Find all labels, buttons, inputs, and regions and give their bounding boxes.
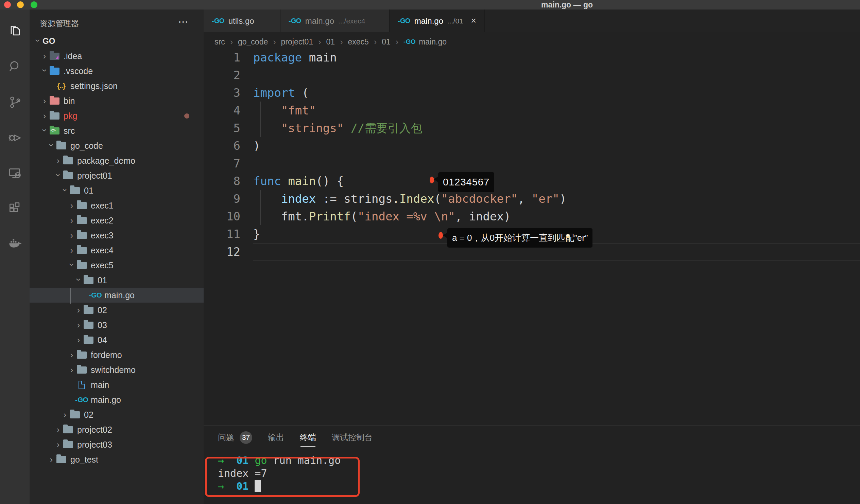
modified-dot-badge — [184, 114, 189, 119]
tree-item-02[interactable]: ›02 — [30, 302, 204, 317]
folder-icon-grey — [83, 336, 94, 344]
maximize-window-button[interactable] — [31, 1, 38, 8]
tree-item-src[interactable]: ›src — [30, 123, 204, 138]
extensions-icon[interactable] — [0, 196, 30, 220]
terminal-line-3: → 01 — [218, 480, 341, 493]
code-line-10[interactable]: 10 fmt.Printf("index =%v \n", index) — [204, 208, 860, 225]
code-line-text: "strings" //需要引入包 — [253, 119, 422, 137]
tree-item-project02[interactable]: ›project02 — [30, 422, 204, 437]
tree-item-exec2[interactable]: ›exec2 — [30, 213, 204, 228]
tab-main.go.../exec4[interactable]: GOmain.go.../exec4 — [281, 10, 389, 32]
close-window-button[interactable] — [4, 1, 11, 8]
terminal-token: 01 — [236, 455, 248, 466]
breadcrumb-file[interactable]: GOmain.go — [403, 38, 447, 46]
code-token: package — [253, 50, 302, 64]
tree-item-go_test[interactable]: ›go_test — [30, 452, 204, 467]
code-line-3[interactable]: 3import ( — [204, 84, 860, 102]
docker-icon[interactable] — [0, 231, 30, 255]
panel-tab-终端[interactable]: 终端 — [300, 426, 316, 449]
folder-glyph — [70, 411, 80, 418]
folder-glyph — [49, 53, 59, 60]
code-line-4[interactable]: 4 "fmt" — [204, 102, 860, 119]
breadcrumb-item[interactable]: 01 — [382, 38, 390, 46]
breadcrumb-item[interactable]: 01 — [326, 38, 335, 46]
folder-glyph — [49, 127, 59, 134]
chevron-right-icon: › — [40, 96, 49, 106]
tree-item--idea[interactable]: ›.idea — [30, 48, 204, 63]
explorer-more-actions-icon[interactable]: ⋯ — [178, 16, 189, 28]
search-icon[interactable] — [0, 55, 30, 78]
code-token: main — [302, 50, 336, 64]
tree-item-fordemo[interactable]: ›fordemo — [30, 347, 204, 362]
folder-icon-grey — [83, 276, 94, 284]
tree-item-go_code[interactable]: ›go_code — [30, 138, 204, 153]
folder-icon-grey — [63, 172, 73, 180]
breadcrumb-item[interactable]: project01 — [281, 38, 313, 46]
folder-icon-vscode — [49, 67, 59, 75]
tree-item-package_demo[interactable]: ›package_demo — [30, 153, 204, 168]
tab-main.go.../01[interactable]: GOmain.go.../01× — [389, 10, 485, 32]
code-line-6[interactable]: 6) — [204, 137, 860, 154]
tree-item-exec4[interactable]: ›exec4 — [30, 243, 204, 258]
code-line-7[interactable]: 7 — [204, 154, 860, 172]
tab-utils.go[interactable]: GOutils.go — [204, 10, 281, 32]
tree-item-exec1[interactable]: ›exec1 — [30, 198, 204, 213]
close-icon[interactable]: × — [471, 16, 476, 26]
folder-icon-grey — [76, 216, 87, 224]
chevron-down-icon: › — [46, 140, 56, 150]
tree-item-go[interactable]: ›GO — [30, 34, 204, 48]
folder-glyph — [84, 337, 94, 344]
tree-item-switchdemo[interactable]: ›switchdemo — [30, 362, 204, 377]
tree-item-main-go[interactable]: GOmain.go — [30, 288, 204, 302]
run-debug-icon[interactable] — [0, 126, 30, 150]
breadcrumb-item[interactable]: go_code — [238, 38, 268, 46]
folder-glyph — [77, 202, 87, 209]
tree-item-label: .idea — [63, 51, 82, 61]
code-line-1[interactable]: 1package main — [204, 48, 860, 66]
tree-item-main[interactable]: main — [30, 377, 204, 392]
tree-item-pkg[interactable]: ›pkg — [30, 108, 204, 123]
tab-label: main.go — [305, 16, 334, 26]
breadcrumb-item[interactable]: exec5 — [348, 38, 369, 46]
tree-item-04[interactable]: ›04 — [30, 332, 204, 347]
line-number: 4 — [204, 102, 253, 119]
code-line-2[interactable]: 2 — [204, 66, 860, 84]
tree-item-03[interactable]: ›03 — [30, 317, 204, 332]
panel-tab-输出[interactable]: 输出 — [268, 426, 284, 449]
tree-item-settings-json[interactable]: {..}settings.json — [30, 78, 204, 93]
go-logo-icon: GO — [75, 396, 88, 404]
bottom-panel: 问题37输出终端调试控制台 → 01 go run main.goindex =… — [204, 426, 860, 504]
tree-item-label: project02 — [77, 425, 112, 435]
source-control-icon[interactable] — [0, 90, 30, 114]
code-line-text: import ( — [253, 84, 309, 102]
panel-tab-问题[interactable]: 问题37 — [218, 426, 252, 449]
tree-item-exec5[interactable]: ›exec5 — [30, 258, 204, 273]
folder-icon-grey — [76, 351, 87, 359]
chevron-right-icon: › — [40, 51, 49, 61]
tree-item-exec3[interactable]: ›exec3 — [30, 228, 204, 243]
chevron-right-icon: › — [74, 335, 83, 345]
explorer-icon[interactable] — [0, 19, 30, 43]
code-line-9[interactable]: 9 index := strings.Index("abcdocker", "e… — [204, 190, 860, 208]
tree-item-main-go[interactable]: GOmain.go — [30, 392, 204, 407]
tree-item--vscode[interactable]: ›.vscode — [30, 63, 204, 78]
tree-item-bin[interactable]: ›bin — [30, 93, 204, 108]
chevron-down-icon: › — [74, 275, 84, 284]
chevron-right-icon: › — [60, 410, 70, 420]
code-token: ( — [434, 192, 441, 206]
code-line-5[interactable]: 5 "strings" //需要引入包 — [204, 119, 860, 137]
plain-file-icon — [76, 381, 87, 389]
terminal[interactable]: → 01 go run main.goindex =7→ 01 — [218, 454, 341, 493]
tree-item-01[interactable]: ›01 — [30, 183, 204, 198]
go-file-icon: GO — [76, 396, 87, 404]
breadcrumb-item[interactable]: src — [215, 38, 225, 46]
tree-item-project01[interactable]: ›project01 — [30, 168, 204, 183]
remote-explorer-icon[interactable] — [0, 162, 30, 186]
tree-item-project03[interactable]: ›project03 — [30, 437, 204, 452]
tree-item-01[interactable]: ›01 — [30, 273, 204, 288]
tree-item-02[interactable]: ›02 — [30, 407, 204, 422]
panel-tab-调试控制台[interactable]: 调试控制台 — [332, 426, 373, 449]
minimize-window-button[interactable] — [17, 1, 24, 8]
breadcrumb-separator-icon: › — [340, 37, 343, 47]
code-line-8[interactable]: 8func main() { — [204, 172, 860, 190]
